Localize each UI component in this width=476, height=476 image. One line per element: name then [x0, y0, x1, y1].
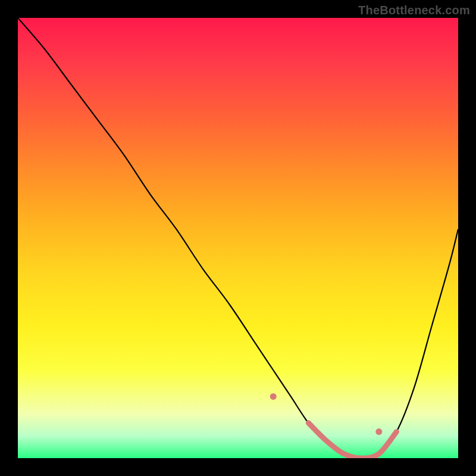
bottleneck-curve-svg	[18, 18, 458, 458]
bottleneck-curve-path	[18, 18, 458, 458]
plot-area	[18, 18, 458, 458]
watermark-text: TheBottleneck.com	[358, 4, 470, 17]
chart-frame: TheBottleneck.com	[0, 0, 476, 476]
bottleneck-curve-highlight	[308, 423, 396, 458]
highlight-dots	[270, 393, 383, 435]
highlight-dot	[270, 393, 277, 400]
highlight-dot	[375, 428, 382, 435]
